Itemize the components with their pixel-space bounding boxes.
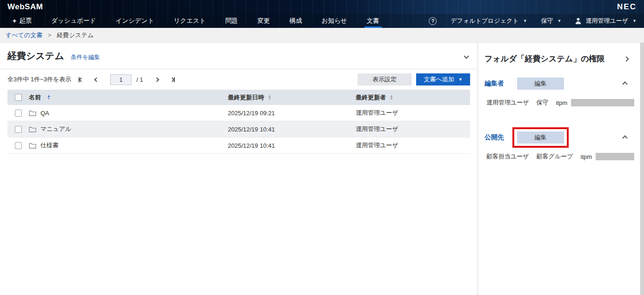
- chevron-right-icon: [154, 77, 159, 82]
- help-icon[interactable]: ?: [429, 17, 437, 25]
- highlight-box: 編集: [512, 127, 569, 148]
- chevron-down-icon: ▼: [458, 77, 463, 82]
- column-header-updated[interactable]: 最終更新日時 ▲▼: [228, 93, 356, 102]
- panel-expand-button[interactable]: [623, 53, 630, 64]
- sort-icon: ▲▼: [47, 95, 51, 100]
- first-page-button[interactable]: [79, 77, 83, 82]
- panel-collapse-button[interactable]: [463, 50, 470, 62]
- nav-label: インシデント: [116, 17, 154, 25]
- breadcrumb-current: 経費システム: [57, 31, 93, 39]
- permissions-panel: フォルダ「経費システム」の権限 編集者 編集 運用管理ユーザ 保守 itpm 公…: [478, 43, 640, 295]
- row-checkbox[interactable]: [15, 142, 22, 149]
- publish-targets-edit-button[interactable]: 編集: [517, 131, 564, 144]
- maintenance-selector[interactable]: 保守 ▼: [541, 17, 562, 25]
- nav-item-change[interactable]: 変更: [248, 14, 280, 28]
- chevron-down-icon: ▼: [558, 19, 562, 23]
- redacted-text: [571, 99, 634, 106]
- app-header: WebSAM NEC + 起票 ダッシュボード インシデント リクエスト 問題 …: [0, 0, 644, 28]
- edit-button-wrapper: 編集: [512, 73, 569, 94]
- nav-item-create-ticket[interactable]: + 起票: [3, 14, 41, 28]
- main-nav: + 起票 ダッシュボード インシデント リクエスト 問題 変更 構成 お知らせ …: [0, 14, 644, 28]
- app-logo: WebSAM: [7, 2, 43, 12]
- row-checkbox[interactable]: [15, 110, 22, 117]
- folder-name: 仕様書: [40, 141, 59, 150]
- folder-icon: [29, 110, 36, 116]
- edit-conditions-link[interactable]: 条件を編集: [71, 53, 100, 61]
- nav-item-request[interactable]: リクエスト: [164, 14, 216, 28]
- publish-targets-entry: 顧客担当ユーザ 顧客グループ itpm: [485, 152, 640, 161]
- chevron-down-icon: [464, 53, 469, 59]
- page-input[interactable]: [110, 74, 132, 85]
- nav-label: お知らせ: [322, 17, 347, 25]
- redacted-text: [596, 153, 634, 160]
- sort-icon: ▲▼: [268, 95, 272, 100]
- nec-logo: NEC: [617, 2, 637, 12]
- nav-item-dashboard[interactable]: ダッシュボード: [41, 14, 106, 28]
- nav-item-news[interactable]: お知らせ: [312, 14, 357, 28]
- nav-item-documents[interactable]: 文書: [357, 14, 389, 28]
- permissions-panel-title: フォルダ「経費システム」の権限: [485, 53, 605, 64]
- chevron-down-icon: ▼: [523, 19, 527, 23]
- nav-item-incident[interactable]: インシデント: [106, 14, 164, 28]
- next-page-button[interactable]: [155, 78, 159, 81]
- page-total: / 1: [136, 76, 143, 83]
- display-settings-button[interactable]: 表示設定: [358, 73, 412, 85]
- nav-item-problem[interactable]: 問題: [216, 14, 248, 28]
- entry-group: 顧客グループ: [537, 152, 573, 161]
- table-row[interactable]: マニュアル 2025/12/19 10:41 運用管理ユーザ: [7, 121, 470, 138]
- updated-at: 2025/12/19 10:41: [228, 142, 356, 149]
- panel-header: 経費システム 条件を編集: [0, 43, 478, 69]
- scrollbar[interactable]: [640, 43, 644, 295]
- pagination-summary: 全3件中 1件~3件を表示: [7, 75, 71, 84]
- folder-name: QA: [40, 110, 49, 117]
- editors-edit-button[interactable]: 編集: [517, 78, 564, 90]
- folder-name: マニュアル: [40, 125, 72, 133]
- chevron-up-icon: [622, 81, 627, 86]
- prev-page-button[interactable]: [95, 78, 98, 81]
- nav-label: 文書: [367, 17, 379, 25]
- column-label: 最終更新者: [356, 94, 386, 101]
- last-page-button[interactable]: [171, 77, 175, 82]
- updated-at: 2025/12/19 10:41: [228, 126, 356, 133]
- folder-icon: [29, 143, 36, 149]
- column-label: 最終更新日時: [228, 94, 264, 101]
- publish-targets-collapse-button[interactable]: [621, 131, 629, 144]
- editors-label: 編集者: [485, 79, 509, 88]
- nav-label: 構成: [290, 17, 302, 25]
- user-icon: [575, 18, 581, 24]
- chevron-right-icon: [624, 56, 629, 61]
- maintenance-selector-label: 保守: [541, 17, 553, 25]
- breadcrumb-all-documents[interactable]: すべての文書: [6, 31, 42, 39]
- nav-utilities: ? デフォルトプロジェクト ▼ 保守 ▼ 運用管理ユーザ ▼: [429, 14, 641, 28]
- column-header-name[interactable]: 名前 ▲▼: [29, 93, 228, 102]
- select-all-checkbox[interactable]: [15, 94, 22, 101]
- nav-items: + 起票 ダッシュボード インシデント リクエスト 問題 変更 構成 お知らせ …: [3, 14, 389, 28]
- add-to-document-button[interactable]: 文書へ追加 ▼: [416, 73, 470, 85]
- breadcrumb-separator: >: [48, 32, 51, 39]
- updated-at: 2025/12/19 09:21: [228, 110, 356, 117]
- nav-item-configuration[interactable]: 構成: [280, 14, 312, 28]
- column-header-updater[interactable]: 最終更新者 ▲▼: [356, 93, 470, 102]
- folder-icon: [29, 126, 36, 132]
- entry-group: 保守: [537, 98, 549, 107]
- column-label: 名前: [29, 93, 41, 102]
- publish-targets-label: 公開先: [485, 133, 509, 142]
- table-row[interactable]: QA 2025/12/19 09:21 運用管理ユーザ: [7, 105, 470, 121]
- publish-targets-section: 公開先 編集 顧客担当ユーザ 顧客グループ itpm: [485, 127, 640, 161]
- nav-label: 変更: [258, 17, 270, 25]
- updated-by: 運用管理ユーザ: [356, 125, 470, 133]
- updated-by: 運用管理ユーザ: [356, 109, 470, 117]
- pagination: / 1: [79, 74, 174, 85]
- editors-entry: 運用管理ユーザ 保守 itpm: [485, 98, 640, 107]
- user-menu[interactable]: 運用管理ユーザ ▼: [575, 17, 637, 25]
- chevron-left-icon: [94, 77, 99, 82]
- entry-id-prefix: itpm: [556, 99, 568, 106]
- row-checkbox[interactable]: [15, 126, 22, 133]
- user-menu-label: 運用管理ユーザ: [585, 17, 628, 25]
- nav-label: ダッシュボード: [51, 17, 96, 25]
- project-selector[interactable]: デフォルトプロジェクト ▼: [451, 17, 527, 25]
- table-row[interactable]: 仕様書 2025/12/19 10:41 運用管理ユーザ: [7, 138, 470, 154]
- editors-collapse-button[interactable]: [621, 78, 629, 90]
- scrollbar-thumb[interactable]: [640, 43, 644, 295]
- nav-label: 問題: [226, 17, 238, 25]
